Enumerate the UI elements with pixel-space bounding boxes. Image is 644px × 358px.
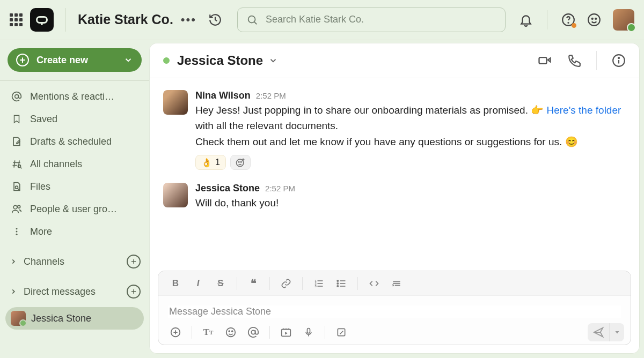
folder-link[interactable]: Here's the folder [547,105,621,116]
bold-button[interactable]: B [165,275,186,292]
divider [547,10,547,29]
nav-people[interactable]: People & user gro… [5,198,144,220]
divider [192,326,192,339]
message-input[interactable] [168,305,621,318]
section-channels[interactable]: Channels + [5,250,144,273]
emoji-status-icon[interactable] [587,13,601,27]
presence-online-icon [163,57,170,64]
user-avatar[interactable] [613,9,634,31]
link-button[interactable] [275,275,297,292]
nav-files[interactable]: Files [5,175,144,198]
message-time: 2:52 PM [265,184,295,193]
ordered-list-button[interactable]: 123 [308,275,330,292]
add-channel-button[interactable]: + [127,255,141,268]
avatar [11,311,26,326]
format-toolbar: B I S ❝ 123 [158,271,631,296]
send-button[interactable] [588,323,609,341]
chevron-down-icon [123,55,133,65]
divider [302,277,303,290]
apps-menu-icon[interactable] [10,13,23,26]
svg-marker-49 [285,332,288,335]
send-options-button[interactable] [609,323,624,341]
message-sender[interactable]: Jessica Stone [195,183,260,194]
chevron-right-icon [9,258,18,265]
composer: B I S ❝ 123 [158,271,631,345]
nav-label: People & user gro… [30,204,117,215]
svg-point-12 [13,205,17,209]
svg-point-10 [16,186,18,189]
quote-button[interactable]: ❝ [243,275,264,292]
add-reaction-button[interactable] [230,155,251,170]
svg-point-15 [16,231,18,233]
chat-title[interactable]: Jessica Stone [177,53,263,68]
nav-label: More [30,226,52,237]
workspace-name[interactable]: Katie Stark Co. [78,12,173,27]
svg-point-0 [248,16,255,23]
section-label: Channels [24,256,121,267]
app-logo[interactable] [30,8,54,32]
smile-emoji: 😊 [565,136,578,147]
mention-button[interactable] [243,324,264,341]
sidebar: + Create new Mentions & reacti… Saved Dr… [0,40,149,358]
section-direct-messages[interactable]: Direct messages + [5,280,144,303]
svg-point-46 [232,331,233,332]
text-format-button[interactable]: TT [197,324,219,341]
create-new-button[interactable]: + Create new [8,48,142,72]
info-button[interactable] [612,54,626,68]
nav-label: All channels [30,159,82,170]
more-vertical-icon [11,226,23,237]
nav-saved[interactable]: Saved [5,108,144,130]
nav-mentions[interactable]: Mentions & reacti… [5,85,144,108]
video-call-button[interactable] [537,53,552,68]
avatar[interactable] [163,90,188,115]
dm-item-active[interactable]: Jessica Stone [5,307,144,330]
chat-panel: Jessica Stone Nina Wilson 2:52 PM [149,43,640,354]
chat-header: Jessica Stone [149,43,640,78]
svg-rect-17 [539,57,547,64]
divider [237,277,237,290]
shortcut-button[interactable] [331,324,352,341]
help-icon[interactable] [561,13,575,27]
chevron-down-icon[interactable] [268,56,278,65]
composer-bottom-toolbar: TT [158,320,631,345]
nav-label: Files [30,181,50,192]
message-text: Will do, thank you! [195,195,626,211]
dm-name: Jessica Stone [31,313,91,324]
svg-text:3: 3 [315,284,317,287]
italic-button[interactable]: I [187,275,209,292]
svg-point-44 [226,328,236,337]
notifications-icon[interactable] [519,13,533,27]
strike-button[interactable]: S [210,275,231,292]
svg-point-8 [18,165,21,168]
add-attachment-button[interactable] [165,324,186,341]
history-icon[interactable] [208,13,222,27]
message-sender[interactable]: Nina Wilson [195,90,251,101]
svg-point-47 [251,330,255,334]
svg-point-45 [229,331,230,332]
reaction-button[interactable]: 👌 1 [195,155,226,170]
nav-all-channels[interactable]: All channels [5,153,144,175]
nav-more[interactable]: More [5,220,144,243]
message-text: Hey Jess! Just popping in to share our o… [195,102,626,150]
svg-point-36 [337,282,339,284]
audio-clip-button[interactable] [298,324,319,341]
emoji-button[interactable] [220,324,241,341]
svg-point-14 [16,228,18,229]
add-dm-button[interactable]: + [127,285,141,299]
search-box[interactable] [237,8,506,32]
code-button[interactable] [363,275,385,292]
channel-search-icon [11,159,23,169]
avatar[interactable] [163,183,188,207]
nav-drafts[interactable]: Drafts & scheduled [5,130,144,153]
search-input[interactable] [265,13,496,26]
video-clip-button[interactable] [275,324,297,341]
svg-point-21 [236,159,243,166]
phone-call-button[interactable] [567,54,581,68]
codeblock-button[interactable] [386,275,407,292]
workspace-more-icon[interactable]: ••• [181,13,196,27]
draft-icon [11,136,23,147]
bullet-list-button[interactable] [331,275,352,292]
svg-point-4 [588,14,600,26]
svg-point-37 [337,285,339,287]
divider [357,277,358,290]
